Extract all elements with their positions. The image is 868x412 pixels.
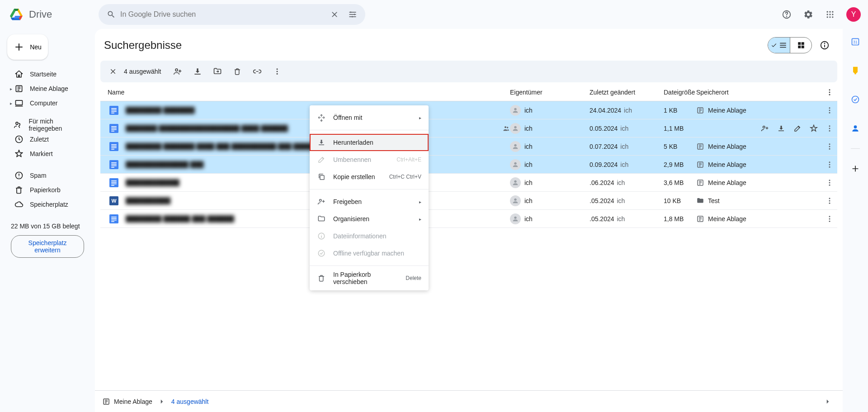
table-row[interactable]: ███████ ██████████████████ ████ ██████ic… [100, 119, 837, 137]
menu-item-copy[interactable]: Kopie erstellenCtrl+C Ctrl+V [310, 168, 429, 185]
menu-item-open[interactable]: Öffnen mit▸ [310, 109, 429, 126]
svg-rect-72 [111, 165, 117, 166]
account-avatar[interactable]: Y [846, 7, 861, 22]
settings-icon[interactable] [799, 5, 817, 24]
col-modified[interactable]: Zuletzt geändert [590, 89, 664, 96]
svg-rect-25 [801, 46, 804, 48]
sidebar-item-papierkorb[interactable]: Papierkorb [5, 183, 90, 197]
sidebar-item-startseite[interactable]: Startseite [5, 67, 90, 81]
table-row[interactable]: ████████ ██████ ███ ██████ich.05.2024ich… [100, 210, 837, 228]
table-row[interactable]: ██████████████ ███ich0.09.2024ich2,9 MBM… [100, 156, 837, 174]
menu-item-folder[interactable]: Organisieren▸ [310, 210, 429, 227]
sidebar-item-zuletzt[interactable]: Zuletzt [5, 132, 90, 147]
sidebar: Neu Startseite▸Meine Ablage▸Computer Für… [0, 29, 95, 412]
row-more-icon[interactable] [826, 124, 834, 133]
sidebar-item-markiert[interactable]: Markiert [5, 147, 90, 161]
gdoc-file-icon [109, 106, 118, 115]
help-icon[interactable] [778, 5, 796, 24]
sidebar-item-spam[interactable]: Spam [5, 168, 90, 183]
table-row[interactable]: ████████████ich.06.2024ich3,6 MBMeine Ab… [100, 174, 837, 192]
apps-icon[interactable] [821, 5, 839, 24]
add-addon-icon[interactable] [846, 160, 864, 178]
col-size[interactable]: Dateigröße [664, 89, 696, 96]
clear-selection-icon[interactable] [104, 62, 122, 81]
svg-point-33 [829, 89, 830, 90]
details-icon[interactable] [816, 36, 834, 54]
clear-search-icon[interactable] [326, 5, 344, 24]
svg-point-86 [829, 180, 830, 181]
breadcrumb-location[interactable]: Meine Ablage [102, 398, 152, 406]
svg-point-100 [514, 216, 516, 218]
star-icon[interactable] [807, 121, 821, 136]
table-row[interactable]: W██████████ich.05.2024ich10 KBTest [100, 192, 837, 210]
menu-item-offline: Offline verfügbar machen [310, 245, 429, 262]
selection-count: 4 ausgewählt [124, 68, 161, 75]
row-hover-actions [758, 121, 821, 136]
spam-icon [14, 171, 24, 180]
size-cell: 1,1 MB [664, 125, 696, 132]
row-more-icon[interactable] [826, 179, 834, 187]
location-cell[interactable]: Meine Ablage [696, 215, 805, 223]
row-more-icon[interactable] [826, 106, 834, 114]
sidebar-item-computer[interactable]: ▸Computer [5, 96, 90, 110]
svg-rect-40 [111, 113, 114, 114]
svg-rect-39 [111, 111, 117, 112]
row-more-icon[interactable] [826, 161, 834, 169]
move-icon[interactable] [208, 62, 226, 81]
more-actions-icon[interactable] [268, 62, 286, 81]
row-more-icon[interactable] [826, 215, 834, 223]
menu-item-download[interactable]: Herunterladen [310, 134, 429, 151]
svg-point-67 [829, 146, 830, 147]
sidebar-item-speicherplatz[interactable]: Speicherplatz [5, 197, 90, 212]
download-icon[interactable] [189, 62, 207, 81]
menu-item-share[interactable]: Freigeben▸ [310, 193, 429, 210]
tasks-icon[interactable] [846, 90, 864, 109]
search-input[interactable] [120, 10, 326, 19]
row-more-icon[interactable] [826, 142, 834, 151]
svg-point-8 [827, 11, 828, 13]
download-icon[interactable] [774, 121, 788, 136]
calendar-icon[interactable]: 31 [846, 33, 864, 51]
svg-point-53 [514, 126, 516, 128]
location-cell[interactable]: Meine Ablage [696, 179, 805, 187]
offline-icon [317, 249, 326, 257]
owner-avatar-icon [510, 177, 521, 188]
contacts-icon[interactable] [846, 119, 864, 137]
location-cell[interactable]: Meine Ablage [696, 161, 805, 169]
location-cell[interactable]: Meine Ablage [696, 106, 805, 114]
table-row[interactable]: ████████ ███████ ████ ███ ██████████ ███… [100, 137, 837, 156]
logo-area[interactable]: Drive [7, 5, 92, 24]
link-icon[interactable] [248, 62, 266, 81]
list-view-button[interactable] [768, 38, 790, 53]
page-title: Suchergebnisse [104, 39, 768, 52]
rename-icon[interactable] [790, 121, 805, 136]
svg-rect-82 [111, 183, 117, 184]
col-name[interactable]: Name [100, 89, 510, 96]
row-more-icon[interactable] [826, 197, 834, 205]
sidebar-item-für-mich-freigegeben[interactable]: Für mich freigegeben [5, 118, 90, 132]
drive-icon [14, 84, 24, 93]
menu-item-trash[interactable]: In Papierkorb verschiebenDelete [310, 270, 429, 287]
grid-view-button[interactable] [790, 38, 811, 53]
svg-point-19 [16, 122, 18, 124]
new-button[interactable]: Neu [7, 34, 48, 60]
table-row[interactable]: ████████ ███████ich24.04.2024ich1 KBMein… [100, 101, 837, 119]
chevron-right-icon [158, 398, 166, 406]
search-options-icon[interactable] [344, 5, 362, 24]
share-icon[interactable] [758, 121, 772, 136]
col-actions[interactable] [805, 88, 837, 96]
location-cell[interactable]: Meine Ablage [696, 142, 805, 151]
share-icon[interactable] [169, 62, 187, 81]
delete-icon[interactable] [228, 62, 246, 81]
col-location[interactable]: Speicherort [696, 89, 805, 96]
col-owner[interactable]: Eigentümer [510, 89, 590, 96]
location-cell[interactable]: Test [696, 197, 805, 205]
search-icon[interactable] [102, 5, 120, 24]
expand-storage-button[interactable]: Speicherplatz erweitern [11, 235, 84, 258]
keep-icon[interactable] [846, 62, 864, 80]
svg-point-15 [829, 16, 830, 18]
svg-point-92 [829, 198, 830, 199]
storage-usage: 22 MB von 15 GB belegt [5, 219, 90, 233]
breadcrumb-expand-icon[interactable] [820, 394, 835, 409]
sidebar-item-meine-ablage[interactable]: ▸Meine Ablage [5, 81, 90, 96]
